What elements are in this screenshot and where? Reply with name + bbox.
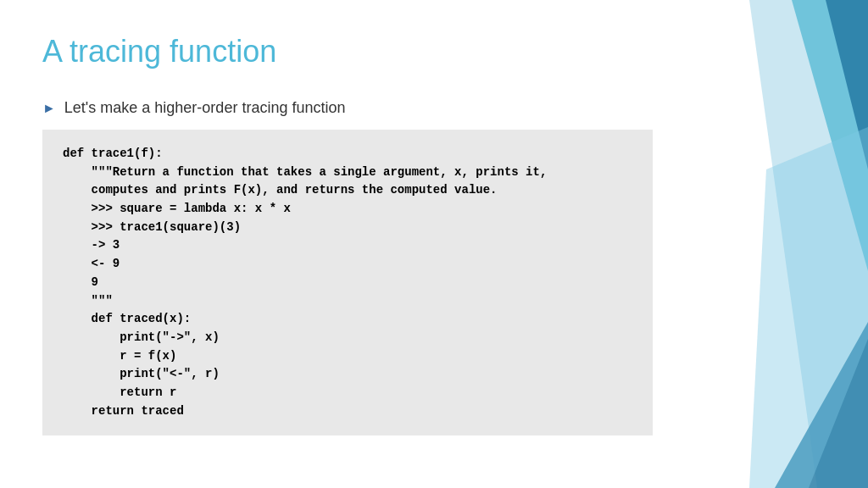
bullet-text: Let's make a higher-order tracing functi… (64, 99, 346, 117)
bullet-arrow-icon: ► (42, 101, 56, 116)
bullet-point: ► Let's make a higher-order tracing func… (42, 99, 653, 117)
svg-marker-3 (775, 322, 868, 488)
svg-marker-0 (749, 0, 868, 488)
code-content: def trace1(f): """Return a function that… (63, 145, 632, 420)
code-block: def trace1(f): """Return a function that… (42, 130, 653, 435)
svg-marker-2 (826, 0, 868, 169)
svg-marker-4 (749, 127, 868, 488)
svg-marker-1 (792, 0, 868, 271)
slide-title: A tracing function (42, 34, 653, 69)
